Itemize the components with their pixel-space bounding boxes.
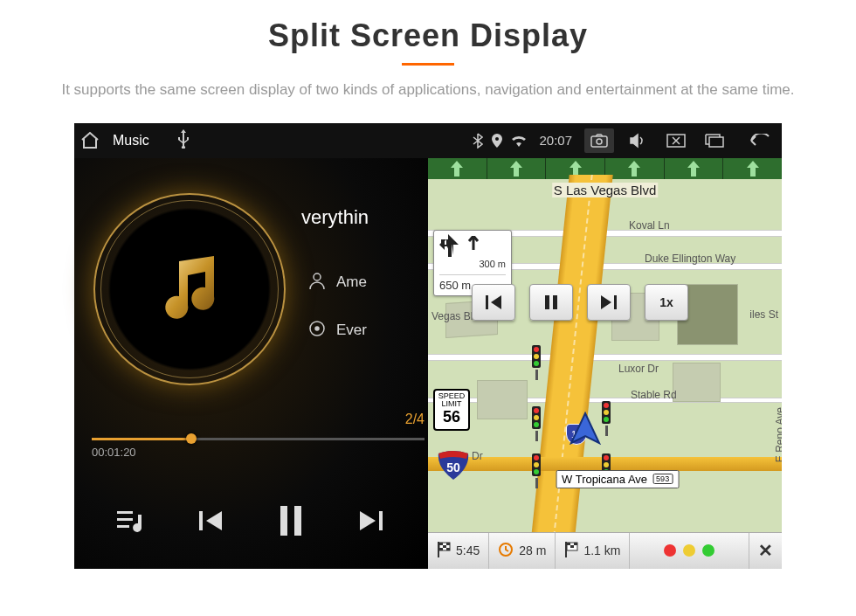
statusbar-app-title: Music xyxy=(113,133,149,149)
lane-arrow xyxy=(605,158,665,179)
svg-point-4 xyxy=(314,273,321,280)
playlist-button[interactable] xyxy=(110,499,154,543)
footer-eta[interactable]: 5:45 xyxy=(428,533,489,569)
flag-icon xyxy=(437,542,451,560)
footer-remaining-time[interactable]: 28 m xyxy=(489,533,556,569)
simulation-controls: 1x xyxy=(472,284,688,321)
location-icon xyxy=(492,134,502,148)
svg-text:50: 50 xyxy=(446,460,460,474)
pause-button[interactable] xyxy=(269,499,313,543)
next-track-button[interactable] xyxy=(349,499,392,543)
svg-rect-16 xyxy=(553,295,557,309)
status-bar: Music 2 xyxy=(74,123,782,158)
svg-rect-23 xyxy=(443,545,446,548)
road-label: Stable Rd xyxy=(631,389,677,401)
svg-rect-29 xyxy=(567,543,570,545)
previous-track-button[interactable] xyxy=(190,499,233,543)
footer-traffic[interactable] xyxy=(630,533,749,569)
page-title: Split Screen Display xyxy=(0,17,856,54)
sim-speed-button[interactable]: 1x xyxy=(645,284,688,321)
disc-icon xyxy=(308,320,326,342)
street-name-top: S Las Vegas Blvd xyxy=(552,183,659,197)
svg-rect-25 xyxy=(446,548,450,550)
svg-rect-7 xyxy=(117,511,133,514)
svg-rect-9 xyxy=(117,525,129,528)
svg-rect-12 xyxy=(294,506,301,536)
lane-arrow xyxy=(723,158,782,179)
lane-arrow xyxy=(428,158,487,179)
artist-row: Ame xyxy=(308,272,367,294)
track-title: verythin xyxy=(301,206,369,229)
screenshot-button[interactable] xyxy=(584,128,614,153)
footer-distance[interactable]: 1.1 km xyxy=(556,533,630,569)
svg-rect-21 xyxy=(439,543,443,545)
navigation-panel: S Las Vegas Blvd Koval Ln Duke Ellington… xyxy=(428,158,782,569)
lane-arrow xyxy=(487,158,547,179)
interstate-shield-icon: 50 xyxy=(437,450,470,480)
sim-prev-button[interactable] xyxy=(472,284,515,321)
road-label: Duke Ellington Way xyxy=(645,253,735,265)
album-art-ring xyxy=(93,193,286,385)
sim-next-button[interactable] xyxy=(587,284,631,321)
flag-icon xyxy=(564,542,578,560)
music-panel: verythin Ame Ever 2/4 00:01:20 xyxy=(74,158,428,569)
elapsed-time: 00:01:20 xyxy=(92,446,425,459)
svg-rect-15 xyxy=(545,295,549,309)
person-icon xyxy=(308,272,326,294)
sim-pause-button[interactable] xyxy=(529,284,573,321)
clock-icon xyxy=(498,542,514,560)
page-description: It supports the same screen display of t… xyxy=(44,79,812,101)
svg-rect-30 xyxy=(574,543,577,545)
road-label: iles St xyxy=(749,308,778,321)
title-underline xyxy=(402,63,454,66)
svg-rect-13 xyxy=(379,511,383,530)
svg-rect-11 xyxy=(280,506,287,536)
usb-icon xyxy=(172,129,195,151)
road-label: Luxor Dr xyxy=(618,363,659,375)
device-frame: Music 2 xyxy=(74,123,782,569)
progress-bar[interactable]: 00:01:20 xyxy=(92,438,425,459)
speed-limit-sign: SPEED LIMIT 56 xyxy=(433,389,470,431)
svg-rect-14 xyxy=(486,295,488,309)
road-label: Koval Ln xyxy=(629,219,670,232)
wifi-icon xyxy=(511,135,527,147)
svg-rect-17 xyxy=(614,295,617,309)
turn-distance: 300 m xyxy=(439,259,506,269)
road-label: E Reno Ave xyxy=(774,407,782,462)
artist-name: Ame xyxy=(336,273,367,291)
album-row: Ever xyxy=(308,320,367,342)
svg-rect-3 xyxy=(709,137,723,147)
svg-rect-8 xyxy=(117,518,133,521)
statusbar-time: 20:07 xyxy=(539,133,572,148)
svg-rect-0 xyxy=(591,136,607,147)
album-name: Ever xyxy=(336,322,367,339)
vehicle-cursor-icon xyxy=(568,412,603,450)
recent-apps-button[interactable] xyxy=(700,128,729,153)
svg-rect-31 xyxy=(570,545,574,548)
navigation-footer: 5:45 28 m 1.1 km ✕ xyxy=(428,532,782,569)
back-button[interactable] xyxy=(738,128,777,153)
svg-point-6 xyxy=(315,327,319,330)
close-app-button[interactable] xyxy=(661,128,691,153)
svg-point-1 xyxy=(597,139,602,144)
svg-rect-10 xyxy=(199,511,203,530)
music-note-icon xyxy=(146,246,233,333)
footer-close-button[interactable]: ✕ xyxy=(749,533,782,569)
music-controls xyxy=(74,499,428,543)
svg-rect-24 xyxy=(439,548,443,550)
track-index: 2/4 xyxy=(405,412,425,427)
home-icon[interactable] xyxy=(79,130,100,151)
volume-button[interactable] xyxy=(623,128,652,153)
svg-rect-22 xyxy=(446,543,450,545)
bluetooth-icon xyxy=(473,133,483,149)
map-canvas[interactable]: S Las Vegas Blvd Koval Ln Duke Ellington… xyxy=(428,179,782,532)
lane-arrow xyxy=(665,158,724,179)
current-road-label: W Tropicana Ave 593 xyxy=(556,470,679,488)
